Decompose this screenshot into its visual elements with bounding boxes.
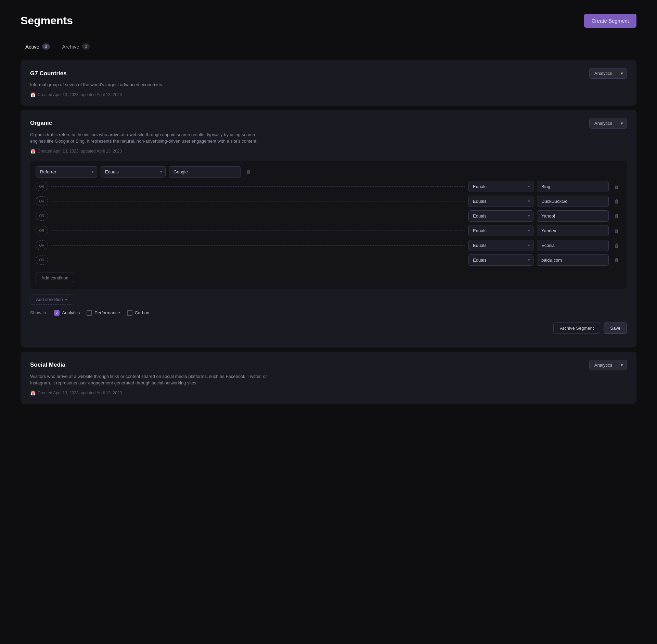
segment-organic-meta: 📅 Created April 13, 2023, updated April … — [30, 149, 627, 154]
or-line-5 — [51, 231, 465, 231]
equals-select-wrap-5[interactable]: Equals — [468, 225, 533, 236]
or-line-2 — [51, 186, 465, 187]
referrer-select-wrap[interactable]: Referrer — [36, 166, 97, 178]
segment-organic-analytics-badge: Analytics — [589, 118, 617, 129]
show-in-label: Show in — [30, 310, 46, 315]
segment-card-g7-header: G7 Countries Analytics ▾ — [30, 68, 627, 79]
or-line-3 — [51, 201, 465, 201]
condition-row-5: OR Equals 🗑 — [36, 225, 621, 236]
segment-organic-chevron[interactable]: ▾ — [617, 118, 627, 129]
delete-condition-5[interactable]: 🗑 — [612, 226, 621, 235]
segment-social-meta: 📅 Created April 13, 2023, updated April … — [30, 391, 627, 396]
calendar-icon-organic: 📅 — [30, 149, 36, 154]
segment-tabs: Active 3 Archive 0 — [21, 41, 636, 52]
value-input-7[interactable] — [537, 254, 609, 266]
delete-condition-3[interactable]: 🗑 — [612, 197, 621, 206]
equals-select-wrap-7[interactable]: Equals — [468, 254, 533, 266]
equals-select-2[interactable]: Equals — [468, 181, 533, 192]
equals-select-5[interactable]: Equals — [468, 225, 533, 236]
or-line-7 — [51, 260, 465, 260]
delete-condition-7[interactable]: 🗑 — [612, 256, 621, 264]
or-badge-7: OR — [36, 255, 48, 265]
value-input-5[interactable] — [537, 225, 609, 236]
show-in-row: Show in Analytics Performance Carbon — [30, 310, 627, 316]
checkbox-carbon[interactable]: Carbon — [127, 310, 150, 316]
equals-select-7[interactable]: Equals — [468, 254, 533, 266]
equals-select-6[interactable]: Equals — [468, 240, 533, 251]
save-button[interactable]: Save — [604, 323, 627, 334]
tab-archive[interactable]: Archive 0 — [57, 41, 95, 52]
equals-select-1[interactable]: Equals — [101, 166, 166, 178]
delete-condition-4[interactable]: 🗑 — [612, 212, 621, 220]
segment-organic-name: Organic — [30, 120, 52, 127]
or-badge-5: OR — [36, 226, 48, 235]
segment-card-g7: G7 Countries Analytics ▾ Informal group … — [21, 60, 636, 106]
equals-select-wrap-2[interactable]: Equals — [468, 181, 533, 192]
segment-organic-badge-group: Analytics ▾ — [589, 118, 627, 129]
delete-condition-6[interactable]: 🗑 — [612, 241, 621, 250]
carbon-checkbox-box[interactable] — [127, 310, 132, 316]
page-title: Segments — [21, 14, 73, 27]
condition-row-2: OR Equals 🗑 — [36, 181, 621, 192]
analytics-checkbox-box[interactable] — [54, 310, 60, 316]
value-input-4[interactable] — [537, 210, 609, 222]
segment-organic-top: Organic Analytics ▾ Organic traffic refe… — [21, 110, 636, 154]
segment-g7-date: Created April 13, 2023, updated April 13… — [38, 92, 122, 97]
archive-segment-button[interactable]: Archive Segment — [553, 323, 600, 334]
add-condition-inner-button[interactable]: Add condition — [36, 273, 74, 283]
tab-archive-badge: 0 — [82, 43, 90, 50]
or-line-4 — [51, 216, 465, 216]
page-header: Segments Create Segment — [21, 14, 636, 28]
delete-condition-1[interactable]: 🗑 — [244, 168, 254, 176]
tab-active-badge: 3 — [42, 43, 50, 50]
segment-g7-meta: 📅 Created April 13, 2023, updated April … — [30, 92, 627, 97]
carbon-checkbox-label: Carbon — [135, 310, 150, 315]
segment-organic-header: Organic Analytics ▾ — [30, 118, 627, 129]
performance-checkbox-label: Performance — [94, 310, 120, 315]
segment-g7-chevron[interactable]: ▾ — [617, 68, 627, 79]
segment-organic-editor-body: Referrer Equals 🗑 OR Equals — [21, 154, 636, 347]
delete-condition-2[interactable]: 🗑 — [612, 182, 621, 191]
or-badge-2: OR — [36, 182, 48, 191]
condition-row-1: Referrer Equals 🗑 — [36, 166, 621, 178]
create-segment-button[interactable]: Create Segment — [584, 14, 636, 28]
add-condition-outer-label: Add condition — [36, 297, 63, 302]
or-badge-6: OR — [36, 240, 48, 250]
or-badge-3: OR — [36, 196, 48, 206]
conditions-box: Referrer Equals 🗑 OR Equals — [30, 161, 627, 289]
tab-active[interactable]: Active 3 — [21, 41, 55, 52]
value-input-3[interactable] — [537, 196, 609, 207]
segment-social-badge-group: Analytics ▾ — [589, 360, 627, 370]
segment-card-social: Social Media Analytics ▾ Wisitors who ar… — [21, 352, 636, 404]
value-input-2[interactable] — [537, 181, 609, 192]
checkbox-analytics[interactable]: Analytics — [54, 310, 80, 316]
equals-select-wrap-6[interactable]: Equals — [468, 240, 533, 251]
equals-select-3[interactable]: Equals — [468, 196, 533, 207]
value-input-6[interactable] — [537, 240, 609, 251]
segment-social-date: Created April 13, 2023, updated April 13… — [38, 391, 122, 395]
value-input-1[interactable] — [169, 166, 241, 178]
segment-g7-analytics-badge: Analytics — [589, 68, 617, 79]
segment-organic-description: Organic traffic refers to the visitors w… — [30, 131, 270, 145]
segment-social-description: Wisitors who arrive at a website through… — [30, 373, 270, 386]
analytics-checkbox-label: Analytics — [62, 310, 80, 315]
add-condition-outer-button[interactable]: Add condition + — [30, 294, 73, 305]
segment-card-organic: Organic Analytics ▾ Organic traffic refe… — [21, 110, 636, 347]
tab-archive-label: Archive — [62, 44, 79, 50]
or-line-6 — [51, 245, 465, 246]
condition-row-6: OR Equals 🗑 — [36, 240, 621, 251]
condition-row-3: OR Equals 🗑 — [36, 196, 621, 207]
segment-g7-badge-group: Analytics ▾ — [589, 68, 627, 79]
segment-social-chevron[interactable]: ▾ — [617, 360, 627, 370]
equals-select-wrap-1[interactable]: Equals — [101, 166, 166, 178]
checkbox-performance[interactable]: Performance — [87, 310, 120, 316]
performance-checkbox-box[interactable] — [87, 310, 92, 316]
equals-select-wrap-4[interactable]: Equals — [468, 210, 533, 222]
condition-row-4: OR Equals 🗑 — [36, 210, 621, 222]
calendar-icon-g7: 📅 — [30, 92, 36, 97]
equals-select-wrap-3[interactable]: Equals — [468, 196, 533, 207]
segment-g7-name: G7 Countries — [30, 70, 67, 77]
or-badge-4: OR — [36, 211, 48, 221]
equals-select-4[interactable]: Equals — [468, 210, 533, 222]
referrer-select[interactable]: Referrer — [36, 166, 97, 178]
